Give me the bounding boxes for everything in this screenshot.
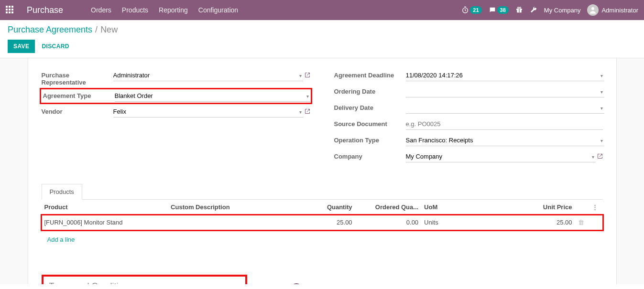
col-product: Product [42, 200, 168, 215]
svg-point-4 [517, 7, 519, 9]
col-uom: UoM [421, 200, 514, 215]
trash-icon[interactable]: 🗑 [578, 219, 584, 226]
app-title: Purchase [27, 5, 63, 15]
chat-badge: 38 [497, 6, 509, 14]
breadcrumb-sep: / [95, 25, 98, 35]
products-table: Product Custom Description Quantity Orde… [42, 200, 603, 251]
chat-widget[interactable]: 38 [489, 6, 509, 14]
cell-delete: 🗑 [575, 215, 587, 230]
col-kebab: ⋮ [587, 200, 603, 215]
field-deadline: Agreement Deadline ▾ [334, 70, 603, 83]
company-input[interactable] [406, 151, 596, 162]
cell-price[interactable]: 25.00 [514, 215, 575, 230]
company-selector[interactable]: My Company [544, 7, 581, 14]
wrench-icon[interactable] [530, 6, 537, 14]
tabs: Products [42, 183, 603, 200]
save-button[interactable]: SAVE [8, 40, 35, 53]
chat-icon [489, 6, 496, 14]
cell-uom[interactable]: Units [421, 215, 514, 230]
svg-point-6 [591, 7, 594, 10]
nav-left: Purchase Orders Products Reporting Confi… [6, 5, 238, 15]
purchase-rep-label: Purchase Representative [42, 70, 113, 86]
svg-rect-3 [519, 9, 519, 12]
content-scroll[interactable]: Purchase Representative ▾ Agreement Type… [0, 58, 644, 284]
ordering-label: Ordering Date [334, 86, 406, 95]
add-line-link[interactable]: Add a line [44, 232, 78, 247]
field-purchase-rep: Purchase Representative ▾ [42, 70, 310, 86]
action-row: SAVE DISCARD [0, 37, 644, 58]
menu-orders[interactable]: Orders [91, 6, 111, 14]
company-label: Company [334, 151, 406, 160]
breadcrumb-parent[interactable]: Purchase Agreements [8, 25, 92, 35]
nav-right: 21 38 My Company Administrator [461, 4, 638, 16]
col-qty: Quantity [300, 200, 355, 215]
delivery-label: Delivery Date [334, 102, 406, 111]
field-agreement-type: Agreement Type ▾ [40, 88, 312, 104]
deadline-label: Agreement Deadline [334, 70, 406, 79]
map-pin-icon [290, 283, 303, 284]
apps-icon[interactable] [6, 6, 14, 14]
cell-qty[interactable]: 25.00 [300, 215, 355, 230]
col-price: Unit Price [514, 200, 575, 215]
menu-products[interactable]: Products [122, 6, 148, 14]
source-input[interactable] [406, 118, 603, 130]
menu-reporting[interactable]: Reporting [159, 6, 188, 14]
vendor-label: Vendor [42, 106, 113, 115]
breadcrumb: Purchase Agreements / New [0, 20, 644, 37]
field-delivery-date: Delivery Date ▾ [334, 102, 603, 116]
kebab-icon[interactable]: ⋮ [590, 203, 600, 211]
field-op-type: Operation Type ▾ [334, 135, 603, 148]
col-desc: Custom Description [168, 200, 300, 215]
agreement-type-input[interactable] [115, 90, 310, 102]
terms-title: Terms and Conditions [49, 281, 240, 284]
vendor-input[interactable] [113, 106, 303, 118]
tab-products[interactable]: Products [42, 184, 82, 200]
user-name: Administrator [601, 7, 638, 14]
avatar-icon [587, 4, 599, 16]
ordering-input[interactable] [406, 86, 604, 97]
external-link-icon[interactable] [305, 108, 310, 116]
field-company: Company ▾ [334, 151, 603, 164]
discard-button[interactable]: DISCARD [42, 43, 69, 50]
cell-product[interactable]: [FURN_0006] Monitor Stand [42, 215, 168, 230]
cell-ordered[interactable]: 0.00 [355, 215, 422, 230]
agreement-type-label: Agreement Type [43, 90, 115, 99]
nav-menu: Orders Products Reporting Configuration [91, 6, 238, 14]
terms-box: Terms and Conditions Purchase minimum 25… [42, 275, 247, 284]
user-menu[interactable]: Administrator [587, 4, 638, 16]
op-type-input[interactable] [406, 135, 604, 146]
breadcrumb-current: New [100, 25, 118, 35]
timer-icon [461, 6, 469, 14]
cell-desc[interactable] [168, 215, 300, 230]
col-ordered: Ordered Qua... [355, 200, 422, 215]
external-link-icon[interactable] [597, 153, 603, 161]
field-ordering-date: Ordering Date ▾ [334, 86, 603, 99]
table-row[interactable]: [FURN_0006] Monitor Stand 25.00 0.00 Uni… [42, 215, 603, 230]
form-right-col: Agreement Deadline ▾ Ordering Date ▾ Del… [334, 70, 603, 167]
top-navbar: Purchase Orders Products Reporting Confi… [0, 0, 644, 20]
field-source-doc: Source Document [334, 118, 603, 132]
deadline-input[interactable] [406, 70, 604, 81]
form-left-col: Purchase Representative ▾ Agreement Type… [42, 70, 310, 167]
source-label: Source Document [334, 118, 406, 128]
menu-configuration[interactable]: Configuration [198, 6, 238, 14]
timer-widget[interactable]: 21 [461, 6, 481, 14]
delivery-input[interactable] [406, 102, 604, 114]
field-vendor: Vendor ▾ [42, 106, 310, 119]
svg-point-5 [519, 7, 521, 9]
col-trash [575, 200, 587, 215]
gift-icon[interactable] [515, 6, 523, 14]
timer-badge: 21 [470, 6, 481, 14]
purchase-rep-input[interactable] [113, 70, 303, 81]
form-sheet: Purchase Representative ▾ Agreement Type… [28, 58, 617, 284]
external-link-icon[interactable] [305, 72, 310, 79]
op-type-label: Operation Type [334, 135, 406, 144]
